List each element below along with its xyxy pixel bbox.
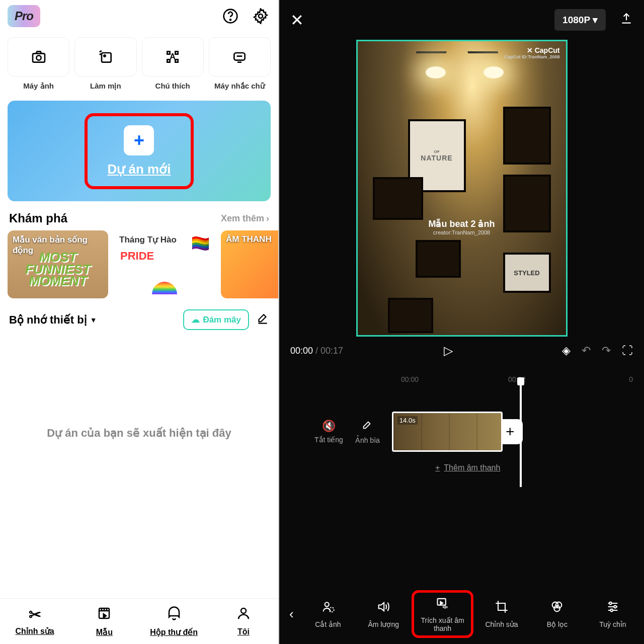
edit-icon[interactable]: [256, 312, 269, 328]
action-teleprompter[interactable]: Máy nhắc chữ: [209, 37, 271, 91]
svg-point-19: [610, 609, 613, 612]
template-icon: [97, 606, 112, 624]
svg-point-10: [241, 608, 246, 613]
mute-button[interactable]: 🔇 Tắt tiếng: [314, 420, 343, 444]
action-smooth[interactable]: Làm mịn: [74, 37, 136, 91]
svg-point-6: [104, 55, 105, 56]
action-label: Làm mịn: [90, 82, 121, 91]
see-more-button[interactable]: Xem thêm ›: [221, 213, 269, 224]
flag-icon: 🏳️‍🌈: [191, 234, 210, 252]
nav-templates[interactable]: Mẫu: [69, 606, 139, 637]
plus-icon: +: [124, 125, 154, 155]
explore-card[interactable]: Tháng Tự Hào PRIDE 🏳️‍🌈: [114, 230, 215, 298]
nav-extract-audio[interactable]: Trích xuất âm thanh: [412, 590, 473, 638]
svg-text:A: A: [170, 52, 176, 61]
video-preview[interactable]: OFNATURE STYLED ✕ CapCut CapCut ID:TranN…: [356, 40, 568, 337]
filter-icon: [550, 600, 564, 617]
settings-icon[interactable]: [251, 6, 271, 26]
action-label: Máy nhắc chữ: [214, 82, 265, 91]
video-clip[interactable]: 14.0s: [392, 412, 503, 452]
fullscreen-icon[interactable]: ⛶: [622, 344, 633, 357]
nav-edit[interactable]: Chỉnh sửa: [474, 600, 529, 628]
nav-profile[interactable]: Tôi: [209, 606, 278, 637]
new-project-banner[interactable]: + Dự án mới: [8, 101, 271, 201]
new-project-label: Dự án mới: [108, 162, 171, 177]
bell-icon: [167, 606, 182, 624]
nav-crop[interactable]: Cắt ảnh: [301, 600, 355, 628]
volume-icon: [376, 600, 390, 617]
nav-inbox[interactable]: Hộp thư đến: [139, 606, 209, 637]
new-project-highlight: + Dự án mới: [85, 113, 194, 189]
keyframe-icon[interactable]: ◈: [562, 344, 571, 357]
scissors-icon: ✂: [29, 606, 41, 623]
person-icon: [236, 606, 251, 624]
edit-icon: [362, 419, 373, 433]
close-icon[interactable]: ✕: [290, 11, 304, 30]
nav-adjust[interactable]: Tuỳ chỉn: [586, 600, 640, 628]
chevron-right-icon: ›: [266, 213, 269, 224]
explore-card[interactable]: Mẫu văn bản sống động MOST FUNNIEST MOME…: [8, 230, 108, 298]
add-sound-button[interactable]: + Thêm âm thanh: [435, 463, 644, 472]
action-camera[interactable]: Máy ảnh: [8, 37, 69, 91]
svg-point-2: [259, 14, 263, 18]
svg-rect-3: [33, 53, 45, 62]
svg-point-16: [554, 606, 560, 612]
svg-point-18: [614, 606, 616, 608]
storage-dropdown[interactable]: Bộ nhớ thiết bị ▼: [9, 313, 97, 327]
action-label: Máy ảnh: [23, 82, 54, 91]
svg-point-1: [230, 19, 231, 20]
cloud-button[interactable]: ☁Đám mây: [183, 309, 249, 330]
time-display: 00:00 / 00:17: [290, 346, 343, 356]
svg-point-11: [325, 602, 329, 606]
crop-icon: [495, 600, 509, 617]
cover-button[interactable]: Ảnh bìa: [355, 419, 380, 444]
nav-filter[interactable]: Bộ lọc: [530, 600, 584, 628]
help-icon[interactable]: [220, 6, 240, 26]
extract-audio-icon: [436, 596, 450, 613]
undo-icon[interactable]: ↶: [582, 344, 591, 357]
speaker-off-icon: 🔇: [322, 420, 336, 433]
timeline-ruler: 00:00 00:02 0: [279, 372, 644, 386]
export-icon[interactable]: [620, 12, 633, 28]
explore-title: Khám phá: [9, 211, 67, 225]
back-button[interactable]: ‹: [283, 606, 300, 622]
cloud-icon: ☁: [191, 314, 200, 325]
watermark: ✕ CapCut CapCut ID:TranNam_2008: [504, 46, 559, 59]
svg-point-17: [609, 602, 612, 605]
empty-state-text: Dự án của bạn sẽ xuất hiện tại đây: [0, 341, 278, 598]
svg-point-4: [36, 55, 41, 60]
action-caption[interactable]: A Chú thích: [142, 37, 204, 91]
resolution-button[interactable]: 1080P ▾: [554, 9, 606, 31]
action-label: Chú thích: [155, 82, 190, 90]
nav-volume[interactable]: Âm lượng: [356, 600, 411, 628]
svg-point-15: [556, 602, 562, 608]
redo-icon[interactable]: ↷: [602, 344, 611, 357]
svg-rect-5: [102, 53, 111, 62]
nav-edit[interactable]: ✂ Chỉnh sửa: [0, 606, 69, 637]
play-button[interactable]: ▷: [444, 344, 453, 358]
explore-card[interactable]: ÂM THANH: [221, 230, 278, 298]
person-crop-icon: [321, 600, 335, 617]
preview-caption: Mẫu beat 2 ảnh creator:TranNam_2008: [358, 218, 566, 235]
sliders-icon: [606, 600, 620, 617]
pro-badge[interactable]: Pro: [8, 5, 40, 27]
chevron-down-icon: ▼: [90, 316, 97, 324]
playhead[interactable]: [520, 381, 522, 487]
